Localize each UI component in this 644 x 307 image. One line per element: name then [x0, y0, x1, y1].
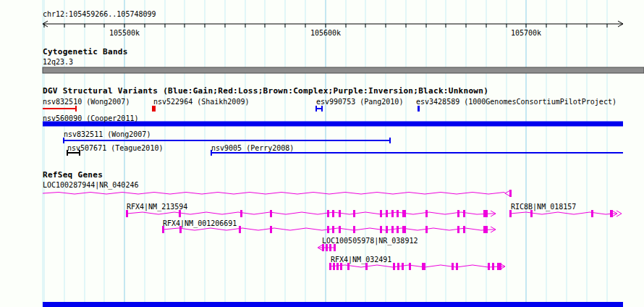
ruler-tick-label: 105600k	[310, 29, 341, 37]
gene-exon[interactable]	[380, 210, 382, 217]
gene-exon[interactable]	[365, 263, 368, 270]
gene-exon[interactable]	[402, 263, 404, 270]
gene-exon[interactable]	[409, 263, 411, 270]
ruler-tick-label: 105700k	[511, 29, 541, 37]
gene-exon[interactable]	[488, 263, 490, 270]
gene-exon[interactable]	[422, 263, 425, 270]
gene-exon[interactable]	[270, 210, 272, 217]
dgv-feature-box[interactable]	[152, 106, 156, 112]
region-coordinates-label: chr12:105459266..105748099	[43, 10, 156, 18]
gene-label[interactable]: LOC100505978|NR_038912	[322, 237, 418, 245]
gene-exon[interactable]	[340, 263, 342, 270]
gene-direction-left-icon	[505, 190, 510, 196]
gene-exon[interactable]	[329, 263, 331, 270]
gene-intron-line[interactable]	[127, 212, 491, 214]
gene-exon[interactable]	[179, 210, 181, 217]
dgv-feature-label[interactable]: nsv832511 (Wong2007)	[64, 130, 151, 138]
gene-exon[interactable]	[327, 226, 329, 233]
gene-exon[interactable]	[457, 226, 459, 233]
gene-exon[interactable]	[391, 210, 394, 217]
gene-exon[interactable]	[457, 210, 459, 217]
gene-exon[interactable]	[329, 244, 331, 251]
gene-exon[interactable]	[402, 210, 406, 217]
gene-label[interactable]: RFX4|NM_213594	[127, 203, 187, 211]
gene-exon[interactable]	[492, 263, 494, 270]
dgv-feature-label[interactable]: esv3428589 (1000GenomesConsortiumPilotPr…	[416, 98, 617, 106]
overview-scrollbar[interactable]	[43, 302, 623, 307]
dgv-feature-label[interactable]: nsv9005 (Perry2008)	[211, 144, 294, 152]
gene-exon[interactable]	[456, 263, 458, 270]
gene-exon[interactable]	[483, 210, 488, 217]
gene-exon[interactable]	[270, 226, 272, 233]
dgv-feature-box[interactable]	[418, 106, 420, 112]
dgv-feature-label[interactable]: nsv522964 (Shaikh2009)	[153, 98, 249, 106]
gene-exon[interactable]	[380, 226, 382, 233]
gene-exon[interactable]	[347, 263, 349, 270]
cytoband-bar[interactable]	[43, 67, 644, 73]
gene-exon[interactable]	[240, 210, 242, 217]
gene-start-exon[interactable]	[126, 210, 128, 217]
gene-intron-line[interactable]	[163, 228, 491, 230]
gene-exon[interactable]	[386, 210, 388, 217]
gene-exon[interactable]	[425, 210, 428, 217]
genome-browser-view: chr12:105459266..105748099 Cytogenetic B…	[0, 0, 644, 307]
gene-label[interactable]: LOC100287944|NR_040246	[43, 181, 138, 189]
gene-exon[interactable]	[591, 210, 593, 217]
gene-exon[interactable]	[336, 263, 339, 270]
gene-exon[interactable]	[397, 210, 399, 217]
gene-intron-line[interactable]	[43, 193, 505, 195]
gene-exon[interactable]	[452, 263, 454, 270]
dgv-feature-label[interactable]: nsv560090 (Cooper2011)	[43, 114, 138, 122]
dgv-feature-label[interactable]: nsv507671 (Teague2010)	[67, 144, 163, 152]
ruler-tick-label: 105500k	[109, 29, 140, 37]
dgv-feature-label[interactable]: nsv832510 (Wong2007)	[43, 98, 130, 106]
gene-exon[interactable]	[386, 226, 388, 233]
dgv-track-title: DGV Structural Variants (Blue:Gain;Red:L…	[43, 87, 488, 96]
gene-exon[interactable]	[483, 226, 488, 233]
gene-label[interactable]: RFX4|NM_001206691	[163, 219, 237, 227]
gene-exon[interactable]	[530, 210, 533, 217]
gene-exon[interactable]	[327, 210, 329, 217]
cytoband-name-label: 12q23.3	[43, 58, 73, 66]
refseq-track-title: RefSeq Genes	[43, 171, 103, 180]
gene-exon[interactable]	[425, 226, 428, 233]
gene-exon[interactable]	[339, 210, 341, 217]
gene-exon[interactable]	[402, 226, 406, 233]
gene-exon[interactable]	[332, 226, 334, 233]
gene-exon[interactable]	[391, 226, 394, 233]
gene-exon[interactable]	[332, 210, 334, 217]
gene-label[interactable]: RIC8B|NM_018157	[511, 203, 576, 211]
gene-intron-line[interactable]	[510, 212, 613, 214]
gene-label[interactable]: RFX4|NM_032491	[331, 256, 391, 264]
gene-exon[interactable]	[339, 226, 341, 233]
gene-exon[interactable]	[463, 210, 465, 217]
gene-intron-line[interactable]	[329, 265, 500, 267]
gene-exon[interactable]	[334, 244, 336, 251]
gene-start-exon[interactable]	[509, 210, 512, 217]
cytobands-track-title: Cytogenetic Bands	[43, 48, 128, 56]
gene-exon[interactable]	[397, 263, 399, 270]
gene-exon[interactable]	[393, 263, 395, 270]
gene-exon[interactable]	[239, 226, 241, 233]
gene-exon[interactable]	[333, 263, 335, 270]
gene-exon[interactable]	[397, 226, 399, 233]
gene-exon[interactable]	[353, 210, 355, 217]
tracks-canvas	[0, 0, 644, 307]
dgv-feature-label[interactable]: esv990753 (Pang2010)	[316, 98, 403, 106]
gene-exon[interactable]	[353, 226, 355, 233]
gene-exon[interactable]	[326, 244, 328, 251]
gene-exon[interactable]	[463, 226, 465, 233]
